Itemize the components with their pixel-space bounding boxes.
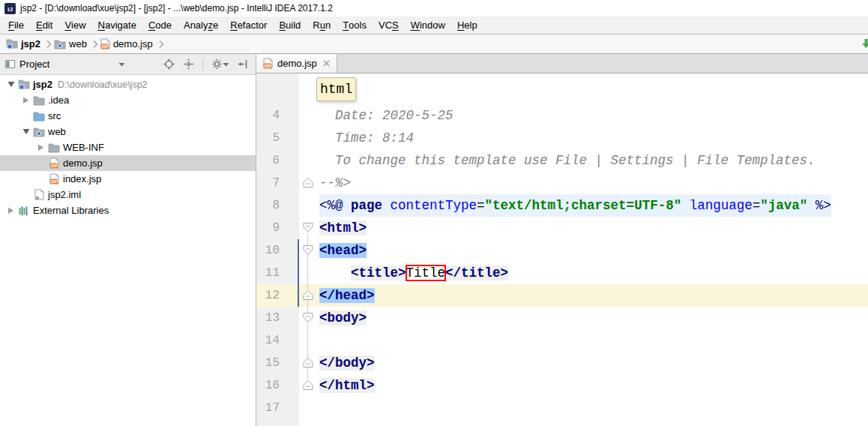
code-line-5[interactable]: 5 Time: 8:14 (256, 127, 868, 149)
code-text[interactable]: <%@ page contentType="text/html;charset=… (319, 194, 831, 217)
breadcrumb: jsp2webJSPdemo.jsp (6, 38, 166, 50)
expand-arrow-icon[interactable] (19, 97, 32, 104)
tree-item-external-libraries[interactable]: External Libraries (0, 202, 256, 218)
line-number: 15 (256, 352, 299, 374)
tree-item-src[interactable]: src (0, 108, 256, 124)
green-down-arrow-icon[interactable] (861, 38, 868, 49)
code-line-13[interactable]: 13<body> (256, 307, 868, 329)
code-line-7[interactable]: 7--%> (256, 172, 868, 194)
tab-close-icon[interactable] (323, 60, 330, 67)
intellij-logo-icon: IJ (4, 3, 16, 14)
jsp-file-icon: JSP (47, 173, 61, 184)
menu-item-refactor[interactable]: Refactor (224, 16, 273, 34)
tree-item-label: External Libraries (33, 205, 109, 216)
intellij-idea-window: IJ jsp2 - [D:\download\xue\jsp2] - [jsp2… (0, 0, 868, 426)
tree-item-web[interactable]: web (0, 124, 256, 140)
code-line-14[interactable]: 14 (256, 329, 868, 352)
tree-item-jsp2[interactable]: jsp2D:\download\xue\jsp2 (0, 76, 256, 92)
code-line-8[interactable]: 8<%@ page contentType="text/html;charset… (256, 194, 868, 217)
tree-item-web-inf[interactable]: WEB-INF (0, 140, 256, 155)
menu-item-code[interactable]: Code (142, 16, 178, 34)
code-token: Date: 2020-5-25 (319, 108, 453, 123)
menu-item-help[interactable]: Help (451, 16, 483, 34)
code-editor[interactable]: 4 Date: 2020-5-255 Time: 8:146 To change… (256, 74, 868, 426)
breadcrumb-item-jsp2[interactable]: jsp2 (6, 38, 54, 50)
fold-start-icon[interactable] (303, 223, 313, 232)
code-text[interactable]: </body> (319, 352, 375, 374)
code-token: <%@ (319, 198, 351, 213)
code-line-4[interactable]: 4 Date: 2020-5-25 (256, 104, 868, 127)
code-text[interactable]: </head> (319, 284, 375, 307)
code-text[interactable]: <body> (319, 307, 367, 329)
code-text[interactable]: To change this template use File | Setti… (319, 149, 816, 172)
tree-item-index-jsp[interactable]: JSPindex.jsp (0, 171, 256, 187)
breadcrumb-item-web[interactable]: web (54, 38, 100, 50)
live-template-field[interactable]: Title (406, 266, 446, 280)
menu-item-analyze[interactable]: Analyze (178, 16, 224, 34)
popup-text: html (320, 82, 352, 97)
code-token: <title> (351, 266, 406, 280)
code-text[interactable]: Date: 2020-5-25 (319, 104, 453, 127)
hide-panel-icon[interactable] (238, 59, 247, 69)
menu-item-window[interactable]: Window (405, 16, 451, 34)
menu-item-build[interactable]: Build (273, 16, 307, 34)
code-line-10[interactable]: 10<head> (256, 239, 868, 262)
code-text[interactable]: Time: 8:14 (319, 127, 414, 149)
code-line-9[interactable]: 9<html> (256, 217, 868, 239)
code-line-11[interactable]: 11 <title>Title</title> (256, 262, 868, 284)
fold-end-icon[interactable] (303, 178, 313, 188)
code-text[interactable]: </html> (319, 374, 375, 397)
code-text[interactable]: --%> (319, 172, 351, 194)
code-text[interactable]: <head> (319, 239, 367, 262)
line-number: 11 (256, 262, 299, 284)
project-view-selector[interactable]: Project (5, 58, 49, 70)
expand-arrow-icon[interactable] (34, 144, 47, 152)
fold-end-icon[interactable] (303, 380, 313, 390)
locate-icon[interactable] (163, 58, 175, 70)
code-text[interactable]: <title>Title</title> (319, 262, 508, 284)
code-token: Time: 8:14 (319, 130, 414, 146)
fold-start-icon[interactable] (303, 313, 313, 322)
code-line-17[interactable]: 17 (256, 397, 868, 419)
fold-column (299, 194, 319, 217)
fold-column (299, 127, 319, 149)
svg-text:IJ: IJ (7, 6, 13, 13)
expand-arrow-icon[interactable] (4, 207, 17, 214)
chevron-down-icon (223, 62, 229, 67)
collapse-arrow-icon[interactable] (4, 81, 17, 88)
fold-end-icon[interactable] (303, 358, 313, 368)
menu-item-vcs[interactable]: VCS (373, 16, 405, 34)
tab-demo-jsp[interactable]: JSP demo.jsp (256, 54, 337, 73)
html-tag-hint-popup: html (316, 77, 356, 101)
fold-end-icon[interactable] (303, 290, 313, 300)
menu-item-file[interactable]: File (2, 16, 30, 34)
collapse-all-icon[interactable] (183, 58, 194, 70)
jsp-file-icon: JSP (263, 58, 273, 69)
fold-start-icon[interactable] (303, 245, 313, 255)
menu-item-edit[interactable]: Edit (30, 16, 58, 34)
code-line-6[interactable]: 6 To change this template use File | Set… (256, 149, 868, 172)
menu-item-navigate[interactable]: Navigate (92, 16, 142, 34)
breadcrumb-item-demo-jsp[interactable]: JSPdemo.jsp (100, 38, 166, 50)
code-token (319, 266, 351, 280)
settings-gear-icon[interactable] (211, 58, 229, 70)
tree-item-demo-jsp[interactable]: JSPdemo.jsp (0, 155, 256, 171)
code-line-12[interactable]: 12</head> (256, 284, 868, 307)
menu-item-run[interactable]: Run (307, 16, 337, 34)
menu-item-tools[interactable]: Tools (337, 16, 373, 34)
code-text[interactable]: <html> (319, 217, 367, 239)
code-token: <head> (319, 243, 367, 258)
tree-item-label: src (48, 110, 61, 122)
tree-item--idea[interactable]: .idea (0, 92, 256, 108)
chevron-down-icon[interactable] (118, 62, 125, 67)
window-title: jsp2 - [D:\download\xue\jsp2] - [jsp2] -… (20, 3, 333, 14)
code-token (382, 198, 391, 213)
tree-item-jsp2-iml[interactable]: jsp2.iml (0, 187, 256, 202)
code-token: = (477, 198, 485, 213)
code-line-15[interactable]: 15</body> (256, 352, 868, 374)
code-line-16[interactable]: 16</html> (256, 374, 868, 397)
chevron-right-icon (46, 40, 52, 49)
menu-item-view[interactable]: View (58, 16, 91, 34)
code-token: </head> (319, 288, 375, 303)
collapse-arrow-icon[interactable] (19, 128, 32, 135)
